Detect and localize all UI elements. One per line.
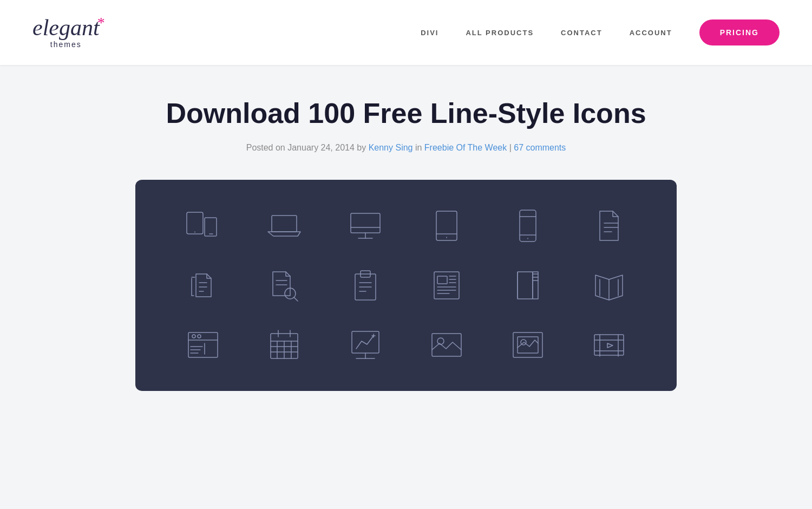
svg-rect-2 <box>205 218 217 236</box>
icon-preview-area <box>135 180 677 391</box>
icon-image-frame <box>493 326 563 364</box>
icon-newspaper <box>411 266 482 304</box>
icon-laptop <box>249 207 319 245</box>
svg-point-50 <box>192 335 195 338</box>
meta-separator: | <box>507 143 514 152</box>
site-header: elegant* themes DIVI ALL PRODUCTS CONTAC… <box>0 0 812 65</box>
icon-document <box>574 207 644 245</box>
svg-point-51 <box>198 335 201 338</box>
main-nav: DIVI ALL PRODUCTS CONTACT ACCOUNT PRICIN… <box>410 19 780 45</box>
svg-rect-5 <box>351 213 380 233</box>
svg-rect-4 <box>272 216 297 232</box>
nav-account[interactable]: ACCOUNT <box>619 24 683 41</box>
icon-calendar <box>249 326 319 364</box>
author-link[interactable]: Kenny Sing <box>369 143 413 152</box>
main-content: Download 100 Free Line-Style Icons Poste… <box>81 65 731 391</box>
comments-link[interactable]: 67 comments <box>514 143 566 152</box>
icon-monitor <box>330 207 401 245</box>
icon-multi-document <box>168 266 238 304</box>
icon-video <box>574 326 644 364</box>
post-title: Download 100 Free Line-Style Icons <box>92 97 720 130</box>
meta-in: in <box>412 143 424 152</box>
icon-grid <box>168 207 644 364</box>
svg-rect-32 <box>437 276 447 284</box>
icon-chart <box>330 326 401 364</box>
logo-text: elegant <box>32 15 100 40</box>
icon-search-document <box>249 266 319 304</box>
icon-browser <box>168 326 238 364</box>
icon-phone-tablet <box>168 207 238 245</box>
logo-sub: themes <box>50 40 82 49</box>
svg-rect-41 <box>533 272 538 299</box>
nav-divi[interactable]: DIVI <box>410 24 449 41</box>
svg-rect-70 <box>432 334 461 356</box>
svg-rect-65 <box>352 331 379 353</box>
post-meta: Posted on January 24, 2014 by Kenny Sing… <box>92 143 720 153</box>
svg-rect-39 <box>518 272 533 299</box>
svg-rect-9 <box>436 211 457 240</box>
meta-prefix: Posted on January 24, 2014 by <box>246 143 369 152</box>
svg-rect-75 <box>594 335 624 355</box>
icon-open-book <box>574 266 644 304</box>
svg-point-71 <box>437 338 444 344</box>
icon-tablet-portrait <box>411 207 482 245</box>
pricing-button[interactable]: PRICING <box>699 19 780 45</box>
icon-clipboard <box>330 266 401 304</box>
svg-rect-0 <box>187 212 203 234</box>
category-link[interactable]: Freebie Of The Week <box>424 143 507 152</box>
svg-rect-12 <box>520 210 536 242</box>
logo[interactable]: elegant* themes <box>32 16 100 49</box>
icon-book <box>493 266 563 304</box>
icon-image <box>411 326 482 364</box>
nav-all-products[interactable]: ALL PRODUCTS <box>455 24 545 41</box>
svg-line-25 <box>294 297 298 301</box>
svg-marker-80 <box>607 343 613 348</box>
nav-contact[interactable]: CONTACT <box>550 24 613 41</box>
svg-rect-48 <box>188 332 218 357</box>
logo-star: * <box>97 14 105 31</box>
icon-phone-portrait <box>493 207 563 245</box>
